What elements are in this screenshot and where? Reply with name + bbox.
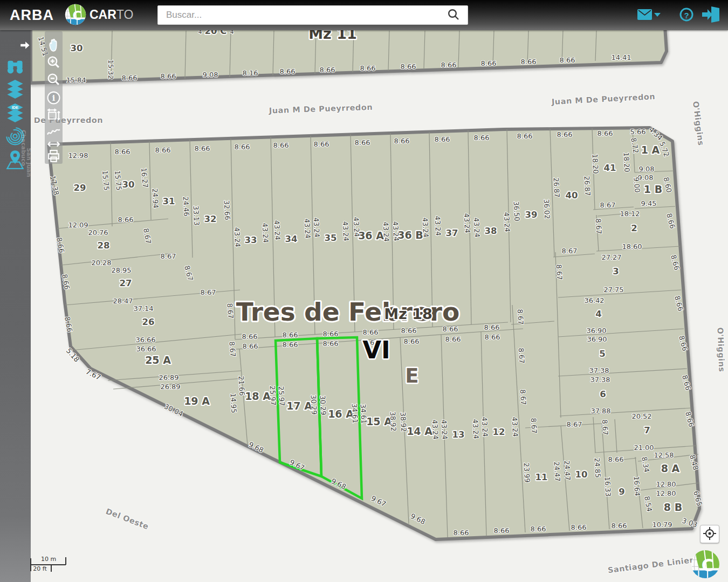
map-label: 24.47 bbox=[563, 460, 572, 481]
map-label: 43.24 bbox=[480, 417, 490, 437]
map-label: 29 bbox=[74, 183, 86, 193]
map-label: 30 bbox=[71, 43, 83, 53]
map-label: O'Higgins bbox=[691, 101, 705, 146]
map-label: Juan M De Pueyrredon bbox=[269, 103, 373, 115]
map-label: 43.24 bbox=[463, 213, 472, 233]
map-label: 33.13 bbox=[192, 205, 201, 226]
info-tool-button[interactable]: i bbox=[46, 91, 61, 105]
map-label: 26 bbox=[142, 317, 155, 327]
map-label: 30.29 bbox=[319, 395, 328, 415]
map-label: 34.61 bbox=[351, 403, 360, 424]
map-label: 8.67 bbox=[228, 341, 237, 357]
map-label: 43.24 bbox=[511, 417, 520, 437]
map-label: 28.95 bbox=[111, 266, 131, 274]
locate-button[interactable] bbox=[700, 525, 719, 543]
pan-tool-button[interactable] bbox=[46, 38, 61, 52]
map-label: 37.88 bbox=[590, 407, 610, 415]
search-input[interactable] bbox=[165, 9, 444, 21]
map-label: 15.84 bbox=[66, 76, 86, 84]
sidebar-item-ide-layers[interactable]: IDE bbox=[6, 103, 24, 124]
map-label: 31 bbox=[163, 196, 175, 206]
sidebar-item-layers[interactable] bbox=[6, 80, 24, 101]
map-label: 17 A bbox=[286, 400, 312, 412]
map-label: 41 bbox=[604, 163, 616, 173]
map-label: 21.00 bbox=[634, 444, 654, 452]
map-label: 35 bbox=[325, 233, 337, 243]
help-button[interactable]: ? bbox=[679, 7, 694, 24]
map-label: 8.66 bbox=[454, 529, 469, 537]
sidebar-expand-button[interactable] bbox=[19, 40, 30, 52]
map-label: 15 A bbox=[366, 415, 392, 427]
map-label: 8.66 bbox=[320, 66, 335, 74]
map-label: 8.66 bbox=[521, 58, 537, 66]
zoom-out-button[interactable] bbox=[46, 72, 61, 87]
map-label: 36.90 bbox=[587, 335, 607, 343]
map-label: 8.66 bbox=[118, 216, 134, 224]
map-label: 43.24 bbox=[472, 217, 482, 238]
svg-text:C: C bbox=[73, 9, 82, 23]
map-label: 8.66 bbox=[474, 134, 490, 142]
map-label: 37.38 bbox=[590, 376, 610, 384]
map-label: 1 A bbox=[641, 144, 660, 156]
question-icon: ? bbox=[679, 7, 694, 22]
map-label: 36.66 bbox=[135, 336, 155, 344]
map-label: 8.66 bbox=[323, 340, 339, 348]
map-label: 23.99 bbox=[523, 462, 532, 483]
map-label: 7 bbox=[644, 425, 650, 435]
map-label: 18.20 bbox=[591, 154, 600, 174]
map-label: 8.66 bbox=[404, 337, 420, 345]
map-label: 8.66 bbox=[608, 455, 624, 463]
map-label: 43.24 bbox=[440, 419, 449, 440]
map-label: 8.67 bbox=[201, 288, 216, 296]
map-label: Juan M De Pueyrredon bbox=[551, 92, 656, 106]
map-label: VI bbox=[362, 336, 390, 364]
map-label: 13 bbox=[452, 429, 465, 440]
map-label: 24.46 bbox=[182, 196, 191, 217]
print-button[interactable] bbox=[46, 149, 61, 163]
carto-logo: C CARTO bbox=[65, 4, 133, 25]
carto-globe-icon: C bbox=[691, 550, 720, 579]
map-label: 8.66 bbox=[243, 342, 258, 350]
map-label: 36.66 bbox=[136, 345, 156, 353]
search-button[interactable] bbox=[444, 8, 463, 23]
map-label: 8 B bbox=[664, 501, 682, 513]
pan-hand-icon bbox=[46, 38, 61, 52]
logout-button[interactable] bbox=[701, 5, 720, 25]
map-label: 5 bbox=[599, 349, 605, 359]
map-label: 8.66 bbox=[597, 129, 613, 137]
map-label: 8.66 bbox=[612, 522, 627, 530]
map-label: 8.67 bbox=[225, 303, 235, 319]
map-label: 34 bbox=[285, 234, 298, 244]
zoom-in-button[interactable] bbox=[46, 55, 61, 70]
map-label: 8.66 bbox=[441, 61, 457, 69]
map-label: 43.24 bbox=[434, 216, 443, 236]
arba-logo: ARBA bbox=[10, 7, 54, 24]
map-label: 8.66 bbox=[115, 148, 131, 156]
scale-imperial-label: 20 ft bbox=[33, 565, 47, 572]
carto-watermark: C bbox=[691, 550, 720, 581]
map-label: 27 bbox=[120, 278, 132, 288]
scale-metric-label: 10 m bbox=[41, 556, 56, 563]
map-label: 9.08 bbox=[203, 71, 218, 79]
map-label: 24.94 bbox=[151, 188, 160, 209]
map-label: 24.85 bbox=[593, 458, 602, 478]
map-label: 8.66 bbox=[283, 331, 298, 339]
map-label: 8.66 bbox=[314, 140, 329, 148]
svg-text:i: i bbox=[52, 93, 56, 102]
map-label: 6 bbox=[600, 389, 606, 399]
map-label: 8.67 bbox=[519, 389, 527, 405]
map-label: 43.24 bbox=[303, 218, 312, 239]
map-label: 39 bbox=[525, 210, 538, 220]
map-label: 10.79 bbox=[652, 521, 672, 529]
app-header: ARBA C CARTO bbox=[0, 0, 728, 30]
map-label: 8.66 bbox=[242, 332, 258, 341]
map-label: 8.66 bbox=[435, 135, 450, 143]
measure-extent-button[interactable] bbox=[46, 108, 61, 122]
map-label: 26.87 bbox=[552, 177, 561, 198]
map-canvas[interactable]: Mz 1120 C443015.3214.5115.848.668.669.08… bbox=[0, 0, 728, 582]
sidebar-item-search[interactable] bbox=[6, 58, 24, 77]
print-icon bbox=[46, 149, 61, 163]
messages-button[interactable] bbox=[637, 8, 661, 24]
map-label: 26.87 bbox=[583, 176, 592, 196]
map-label: 8.66 bbox=[195, 144, 210, 153]
